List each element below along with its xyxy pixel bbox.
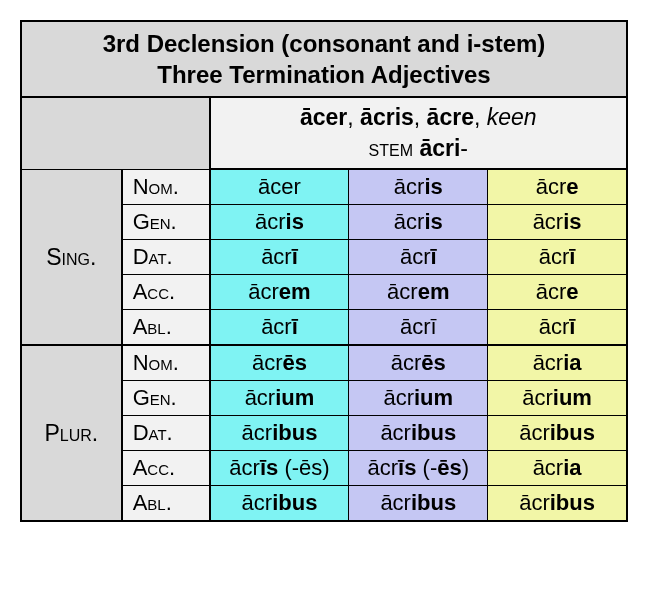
form-cell: ācris	[210, 205, 349, 240]
form-cell: ācrīs (-ēs)	[349, 451, 488, 486]
stem-label: stem	[369, 135, 413, 161]
case-label: Dat.	[122, 416, 210, 451]
form-cell: ācrēs	[210, 345, 349, 381]
form-cell: ācrium	[349, 381, 488, 416]
stem-suffix: -	[460, 135, 468, 161]
form-cell: ācrī	[210, 240, 349, 275]
header-forms: ācer, ācris, ācre, keen	[300, 104, 537, 130]
case-label: Dat.	[122, 240, 210, 275]
form-cell: ācribus	[210, 486, 349, 522]
declension-table: 3rd Declension (consonant and i-stem) Th…	[20, 20, 628, 522]
form-cell: ācrēs	[349, 345, 488, 381]
form-cell: ācria	[488, 345, 627, 381]
title-line2: Three Termination Adjectives	[157, 61, 490, 88]
title-line1: 3rd Declension (consonant and i-stem)	[103, 30, 546, 57]
stem-value: ācri	[419, 135, 460, 161]
form-cell: ācribus	[210, 416, 349, 451]
header-main: ācer, ācris, ācre, keen stem ācri-	[210, 97, 627, 169]
case-label: Abl.	[122, 486, 210, 522]
form-cell: ācribus	[488, 416, 627, 451]
table-title: 3rd Declension (consonant and i-stem) Th…	[21, 21, 627, 97]
form-cell: ācrī	[210, 310, 349, 346]
form-cell: ācribus	[349, 486, 488, 522]
form-cell: ācris	[488, 205, 627, 240]
header-empty-cell	[21, 97, 210, 169]
case-label: Nom.	[122, 345, 210, 381]
case-label: Acc.	[122, 275, 210, 310]
form-cell: ācrem	[210, 275, 349, 310]
number-singular: Sing.	[21, 169, 122, 345]
form-cell: ācribus	[349, 416, 488, 451]
case-label: Abl.	[122, 310, 210, 346]
form-cell: ācre	[488, 169, 627, 205]
form-cell: ācrī	[349, 310, 488, 346]
form-cell: ācrī	[349, 240, 488, 275]
form-cell: ācris	[349, 205, 488, 240]
case-label: Gen.	[122, 205, 210, 240]
form-cell: ācrium	[210, 381, 349, 416]
form-cell: ācrium	[488, 381, 627, 416]
case-label: Gen.	[122, 381, 210, 416]
form-cell: ācrī	[488, 240, 627, 275]
form-cell: ācrem	[349, 275, 488, 310]
number-plural: Plur.	[21, 345, 122, 521]
form-cell: ācre	[488, 275, 627, 310]
form-cell: ācria	[488, 451, 627, 486]
form-cell: ācris	[349, 169, 488, 205]
case-label: Acc.	[122, 451, 210, 486]
case-label: Nom.	[122, 169, 210, 205]
form-cell: ācer	[210, 169, 349, 205]
form-cell: ācribus	[488, 486, 627, 522]
form-cell: ācrī	[488, 310, 627, 346]
form-cell: ācrīs (-ēs)	[210, 451, 349, 486]
